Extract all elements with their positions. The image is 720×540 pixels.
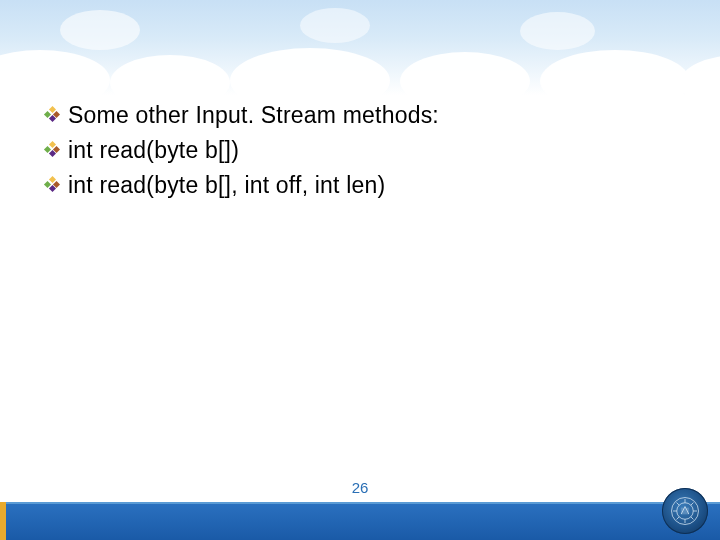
sky-background xyxy=(0,0,720,95)
cloud-decoration xyxy=(300,8,370,43)
cloud-decoration xyxy=(540,50,690,95)
footer-bar xyxy=(0,502,720,540)
bullet-item: int read(byte b[], int off, int len) xyxy=(46,170,680,201)
page-number: 26 xyxy=(0,479,720,496)
svg-line-8 xyxy=(677,517,680,520)
cloud-decoration xyxy=(60,10,140,50)
university-seal-icon xyxy=(662,488,708,534)
slide-content: Some other Input. Stream methods: int re… xyxy=(46,100,680,205)
bullet-text: int read(byte b[], int off, int len) xyxy=(68,170,385,201)
bullet-item: int read(byte b[]) xyxy=(46,135,680,166)
cloud-decoration xyxy=(230,48,390,95)
cloud-decoration xyxy=(400,52,530,95)
bullet-text: int read(byte b[]) xyxy=(68,135,239,166)
svg-line-6 xyxy=(677,503,680,506)
svg-line-7 xyxy=(691,517,694,520)
diamond-bullet-icon xyxy=(46,143,58,155)
diamond-bullet-icon xyxy=(46,178,58,190)
bullet-item: Some other Input. Stream methods: xyxy=(46,100,680,131)
cloud-decoration xyxy=(110,55,230,95)
bullet-text: Some other Input. Stream methods: xyxy=(68,100,439,131)
cloud-decoration xyxy=(0,50,110,95)
footer-accent xyxy=(0,502,6,540)
diamond-bullet-icon xyxy=(46,108,58,120)
cloud-decoration xyxy=(520,12,595,50)
svg-line-9 xyxy=(691,503,694,506)
cloud-decoration xyxy=(680,55,720,95)
